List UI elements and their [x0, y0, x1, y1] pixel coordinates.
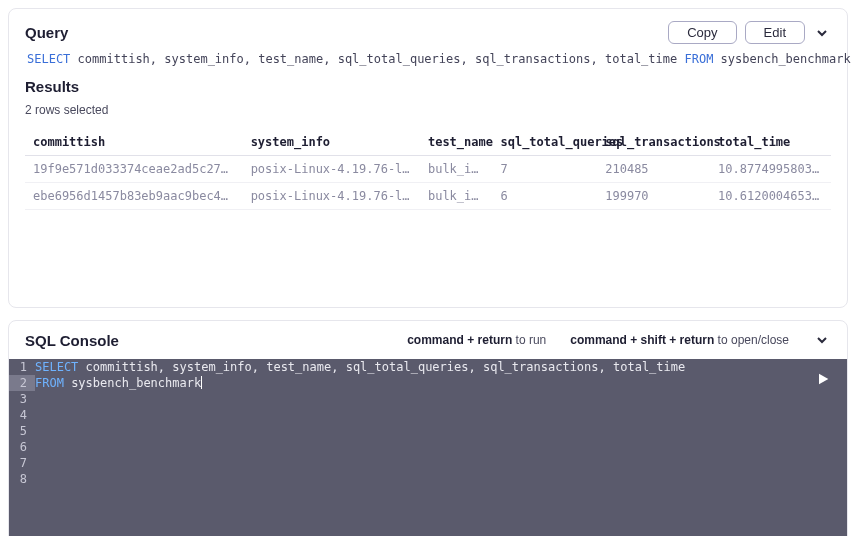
- line-code[interactable]: [35, 455, 805, 471]
- editor-line[interactable]: 8: [9, 471, 805, 487]
- select-keyword: SELECT: [27, 52, 70, 66]
- col-sql-transactions[interactable]: sql_transactions: [597, 129, 710, 156]
- sql-editor[interactable]: 1SELECT committish, system_info, test_na…: [9, 359, 847, 536]
- cell-test_name: bulk_insert: [420, 183, 493, 210]
- line-number: 5: [9, 423, 35, 439]
- sql-console-panel: SQL Console command + return to run comm…: [8, 320, 848, 536]
- editor-line[interactable]: 7: [9, 455, 805, 471]
- table-row[interactable]: ebe6956d1457b83eb9aac9bec4bae1596f63f26……: [25, 183, 831, 210]
- col-committish[interactable]: committish: [25, 129, 243, 156]
- col-sql-total-queries[interactable]: sql_total_queries: [492, 129, 597, 156]
- hint-run-rest: to run: [512, 333, 546, 347]
- line-number: 3: [9, 391, 35, 407]
- cell-sql_total_queries: 7: [492, 156, 597, 183]
- line-code[interactable]: [35, 407, 805, 423]
- query-title: Query: [25, 24, 68, 41]
- cell-total_time: 10.8774995803833: [710, 156, 831, 183]
- line-number: 4: [9, 407, 35, 423]
- cell-system_info: posix-Linux-4.19.76-linuxkit: [243, 156, 420, 183]
- col-test-name[interactable]: test_name: [420, 129, 493, 156]
- code-text: committish, system_info, test_name, sql_…: [78, 360, 685, 374]
- query-sql: SELECT committish, system_info, test_nam…: [27, 52, 829, 66]
- col-total-time[interactable]: total_time: [710, 129, 831, 156]
- query-panel: Query Copy Edit SELECT committish, syste…: [8, 8, 848, 308]
- line-number: 7: [9, 455, 35, 471]
- rows-selected-label: 2 rows selected: [25, 103, 831, 117]
- console-title: SQL Console: [25, 332, 119, 349]
- copy-button[interactable]: Copy: [668, 21, 736, 44]
- editor-line[interactable]: 2FROM sysbench_benchmark: [9, 375, 805, 391]
- from-keyword: FROM: [684, 52, 713, 66]
- query-columns: committish, system_info, test_name, sql_…: [70, 52, 684, 66]
- hint-toggle: command + shift + return to open/close: [570, 333, 789, 347]
- line-number: 2: [9, 375, 35, 391]
- editor-line[interactable]: 6: [9, 439, 805, 455]
- cell-committish: 19f9e571d033374ceae2ad5c277b9cfe905cdd6…: [25, 156, 243, 183]
- query-table: sysbench_benchmark: [713, 52, 850, 66]
- hint-toggle-shortcut: command + shift + return: [570, 333, 714, 347]
- line-code[interactable]: [35, 471, 805, 487]
- results-title: Results: [25, 78, 831, 95]
- code-text: sysbench_benchmark: [64, 376, 201, 390]
- hint-run: command + return to run: [407, 333, 546, 347]
- line-code[interactable]: SELECT committish, system_info, test_nam…: [35, 359, 805, 375]
- hint-run-shortcut: command + return: [407, 333, 512, 347]
- editor-line[interactable]: 1SELECT committish, system_info, test_na…: [9, 359, 805, 375]
- console-header: SQL Console command + return to run comm…: [9, 321, 847, 359]
- console-hints: command + return to run command + shift …: [407, 331, 831, 349]
- editor-line[interactable]: 3: [9, 391, 805, 407]
- run-icon[interactable]: [815, 371, 833, 389]
- line-code[interactable]: [35, 391, 805, 407]
- cell-total_time: 10.612000465393066: [710, 183, 831, 210]
- line-code[interactable]: [35, 439, 805, 455]
- results-table-wrap: committish system_info test_name sql_tot…: [25, 129, 831, 299]
- hint-toggle-rest: to open/close: [714, 333, 789, 347]
- results-table: committish system_info test_name sql_tot…: [25, 129, 831, 210]
- cell-sql_transactions: 210485: [597, 156, 710, 183]
- svg-marker-0: [819, 374, 828, 385]
- cell-system_info: posix-Linux-4.19.76-linuxkit: [243, 183, 420, 210]
- col-system-info[interactable]: system_info: [243, 129, 420, 156]
- editor-line[interactable]: 4: [9, 407, 805, 423]
- query-header: Query Copy Edit: [25, 21, 831, 44]
- keyword: FROM: [35, 376, 64, 390]
- line-number: 6: [9, 439, 35, 455]
- cursor: [201, 376, 202, 389]
- line-number: 1: [9, 359, 35, 375]
- cell-sql_total_queries: 6: [492, 183, 597, 210]
- keyword: SELECT: [35, 360, 78, 374]
- cell-sql_transactions: 199970: [597, 183, 710, 210]
- chevron-down-icon[interactable]: [813, 24, 831, 42]
- line-code[interactable]: FROM sysbench_benchmark: [35, 375, 805, 391]
- editor-line[interactable]: 5: [9, 423, 805, 439]
- query-actions: Copy Edit: [668, 21, 831, 44]
- cell-test_name: bulk_insert: [420, 156, 493, 183]
- line-number: 8: [9, 471, 35, 487]
- edit-button[interactable]: Edit: [745, 21, 805, 44]
- chevron-down-icon[interactable]: [813, 331, 831, 349]
- table-header: committish system_info test_name sql_tot…: [25, 129, 831, 156]
- line-code[interactable]: [35, 423, 805, 439]
- table-row[interactable]: 19f9e571d033374ceae2ad5c277b9cfe905cdd6……: [25, 156, 831, 183]
- cell-committish: ebe6956d1457b83eb9aac9bec4bae1596f63f26…: [25, 183, 243, 210]
